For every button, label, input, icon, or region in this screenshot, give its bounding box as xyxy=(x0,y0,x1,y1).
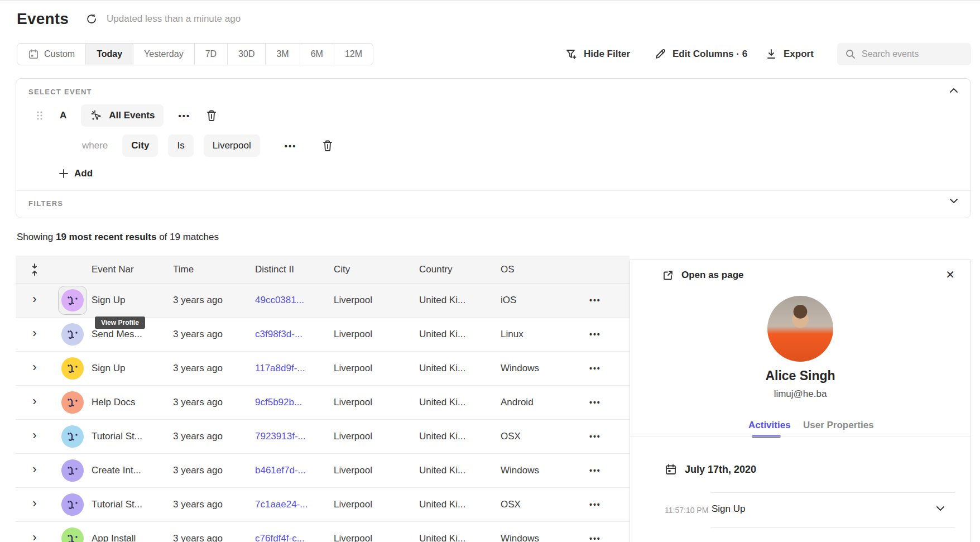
panel-tab-user-properties[interactable]: User Properties xyxy=(803,420,874,431)
col-distinct-id[interactable]: Distinct II xyxy=(255,264,334,275)
refresh-button[interactable] xyxy=(85,13,98,25)
operator-chip-label: Is xyxy=(177,140,184,151)
delete-where-clause-button[interactable] xyxy=(322,140,333,152)
row-expander-button[interactable]: › xyxy=(32,429,36,442)
row-city: Liverpool xyxy=(334,533,419,542)
open-as-page-button[interactable]: Open as page xyxy=(662,270,743,281)
date-tab-6m[interactable]: 6M xyxy=(300,44,334,65)
col-city[interactable]: City xyxy=(334,264,419,275)
close-panel-button[interactable]: ✕ xyxy=(945,268,955,281)
row-distinct-id-link[interactable]: b461ef7d-... xyxy=(255,465,334,476)
event-chip-label: All Events xyxy=(109,110,155,121)
row-distinct-id-link[interactable]: 49cc0381... xyxy=(255,295,334,306)
row-expander-button[interactable]: › xyxy=(32,395,36,407)
user-avatar[interactable] xyxy=(61,391,84,414)
summary-suffix: of 19 matches xyxy=(156,232,219,242)
trash-icon xyxy=(206,109,217,122)
row-time: 3 years ago xyxy=(173,465,255,476)
collapse-section-button[interactable] xyxy=(949,88,958,93)
avatar-face-icon xyxy=(61,527,84,542)
row-os: iOS xyxy=(501,295,583,306)
row-expander-button[interactable]: › xyxy=(32,463,36,476)
row-menu-button[interactable]: ••• xyxy=(589,364,601,373)
delete-event-clause-button[interactable] xyxy=(206,109,217,122)
row-expander-button[interactable]: › xyxy=(32,497,36,510)
date-tab-yesterday[interactable]: Yesterday xyxy=(133,44,195,65)
row-distinct-id-link[interactable]: 7c1aae24-... xyxy=(255,499,334,510)
row-expander-button[interactable]: › xyxy=(32,531,36,542)
activity-event-name: Sign Up xyxy=(712,503,745,515)
hide-filter-button[interactable]: Hide Filter xyxy=(565,43,630,65)
date-tab-3m[interactable]: 3M xyxy=(266,44,300,65)
date-tab-label: 12M xyxy=(345,49,362,59)
row-time: 3 years ago xyxy=(173,363,255,374)
event-selector-chip[interactable]: All Events xyxy=(81,104,164,127)
activity-date-row: July 17th, 2020 xyxy=(665,463,756,476)
edit-columns-button[interactable]: Edit Columns · 6 xyxy=(654,43,747,65)
user-avatar[interactable] xyxy=(61,357,84,380)
user-avatar[interactable] xyxy=(61,323,84,346)
col-event-name[interactable]: Event Nar xyxy=(92,264,173,275)
row-menu-button[interactable]: ••• xyxy=(589,534,601,542)
date-tab-12m[interactable]: 12M xyxy=(334,44,373,65)
date-tab-label: 30D xyxy=(238,49,254,59)
table-row: › Help Docs 3 years ago 9cf5b92b... Live… xyxy=(16,386,630,420)
top-bar: Events Updated less than a minute ago xyxy=(17,10,241,28)
export-button[interactable]: Export xyxy=(765,43,814,65)
activity-item[interactable]: 11:57:10 PM Sign Up xyxy=(630,498,971,522)
user-avatar[interactable] xyxy=(61,289,84,311)
col-country[interactable]: Country xyxy=(419,264,501,275)
user-avatar[interactable] xyxy=(61,459,84,482)
where-clause-menu-button[interactable]: ••• xyxy=(285,141,297,151)
property-chip[interactable]: City xyxy=(122,135,158,157)
property-chip-label: City xyxy=(131,140,149,151)
row-menu-button[interactable]: ••• xyxy=(589,466,601,475)
row-menu-button[interactable]: ••• xyxy=(589,500,601,509)
row-distinct-id-link[interactable]: 9cf5b92b... xyxy=(255,397,334,408)
add-event-button[interactable]: Add xyxy=(59,168,93,179)
operator-chip[interactable]: Is xyxy=(168,135,193,157)
search-events-box[interactable] xyxy=(837,43,971,65)
row-menu-button[interactable]: ••• xyxy=(589,432,601,441)
user-avatar[interactable] xyxy=(61,527,84,542)
col-time[interactable]: Time xyxy=(173,264,255,275)
filter-icon xyxy=(565,48,578,60)
event-clause-menu-button[interactable]: ••• xyxy=(178,111,190,121)
value-chip-label: Liverpool xyxy=(213,140,251,151)
date-tab-custom[interactable]: Custom xyxy=(17,44,86,65)
row-menu-button[interactable]: ••• xyxy=(589,296,601,305)
table-row: › Sign Up 3 years ago 117a8d9f-... Liver… xyxy=(16,352,630,386)
search-events-input[interactable] xyxy=(862,49,962,59)
date-tab-7d[interactable]: 7D xyxy=(195,44,228,65)
row-distinct-id-link[interactable]: c3f98f3d-... xyxy=(255,329,334,340)
chevron-down-icon xyxy=(949,198,958,204)
expand-filters-button[interactable] xyxy=(949,198,958,204)
row-country: United Ki... xyxy=(419,295,501,306)
row-distinct-id-link[interactable]: 117a8d9f-... xyxy=(255,363,334,374)
drag-handle[interactable] xyxy=(36,111,44,121)
panel-tab-activities[interactable]: Activities xyxy=(748,420,791,431)
avatar-face-icon xyxy=(61,493,84,516)
row-os: Android xyxy=(501,397,583,408)
date-tab-label: 6M xyxy=(311,49,323,59)
collapse-all-button[interactable] xyxy=(16,263,54,276)
avatar-face-icon xyxy=(61,289,84,311)
table-row: › App Install 3 years ago c76fdf4f-c... … xyxy=(16,522,630,542)
trash-icon xyxy=(322,140,333,152)
row-expander-button[interactable]: › xyxy=(32,293,36,305)
row-menu-button[interactable]: ••• xyxy=(589,330,601,339)
user-avatar[interactable] xyxy=(61,425,84,448)
row-expander-button[interactable]: › xyxy=(32,327,36,339)
row-distinct-id-link[interactable]: c76fdf4f-c... xyxy=(255,533,334,542)
row-menu-button[interactable]: ••• xyxy=(589,398,601,407)
user-avatar[interactable] xyxy=(61,493,84,516)
row-distinct-id-link[interactable]: 7923913f-... xyxy=(255,431,334,442)
chevron-down-icon[interactable] xyxy=(936,506,945,511)
value-chip[interactable]: Liverpool xyxy=(204,135,260,157)
date-tab-30d[interactable]: 30D xyxy=(228,44,266,65)
date-tab-today[interactable]: Today xyxy=(86,44,133,65)
row-event-name: App Install xyxy=(92,533,173,542)
col-os[interactable]: OS xyxy=(501,264,583,275)
row-expander-button[interactable]: › xyxy=(32,361,36,373)
activity-time: 11:57:10 PM xyxy=(665,506,708,515)
